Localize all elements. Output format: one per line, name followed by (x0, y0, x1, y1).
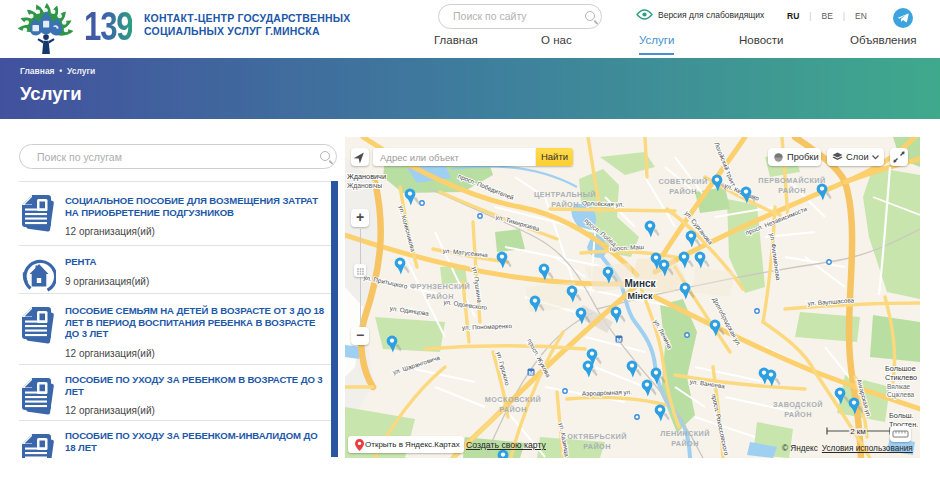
svg-text:СОВЕТСКИЙ: СОВЕТСКИЙ (658, 177, 707, 186)
svg-text:ЦЕНТРАЛЬНЫЙ: ЦЕНТРАЛЬНЫЙ (534, 190, 596, 199)
svg-text:ЗАВОДСКОЙ: ЗАВОДСКОЙ (773, 400, 823, 409)
svg-text:М: М (529, 370, 534, 376)
svg-text:Вялікае: Вялікае (887, 383, 911, 390)
svg-text:Минск: Минск (624, 278, 656, 289)
svg-text:РАЙОН: РАЙОН (669, 187, 697, 196)
svg-text:РАЙОН: РАЙОН (778, 186, 806, 195)
svg-text:ЛЕНИНСКИЙ: ЛЕНИНСКИЙ (660, 429, 710, 438)
svg-text:МОСКОВСКИЙ: МОСКОВСКИЙ (485, 395, 541, 404)
svg-text:РАЙОН: РАЙОН (499, 405, 527, 414)
svg-text:2 км: 2 км (850, 427, 866, 436)
svg-text:Сціклева: Сціклева (887, 391, 915, 399)
svg-text:М: М (617, 337, 622, 343)
svg-text:ПЕРВОМАЙСКИЙ: ПЕРВОМАЙСКИЙ (758, 176, 825, 185)
svg-text:РАЙОН: РАЙОН (551, 200, 579, 209)
svg-text:РАЙОН: РАЙОН (784, 410, 812, 419)
svg-text:ОКТЯБРЬСКИЙ: ОКТЯБРЬСКИЙ (567, 432, 627, 441)
svg-text:РАЙОН: РАЙОН (583, 442, 611, 451)
svg-text:Ждановичи: Ждановичи (347, 172, 386, 181)
svg-text:Стиклево: Стиклево (885, 373, 917, 382)
svg-text:Мінск: Мінск (628, 291, 653, 301)
svg-text:Больш.: Больш. (889, 411, 914, 420)
svg-text:РАЙОН: РАЙОН (671, 439, 699, 448)
svg-text:Ждановічы: Ждановічы (347, 182, 382, 190)
svg-text:ФРУНЗЕНСКИЙ: ФРУНЗЕНСКИЙ (410, 282, 470, 291)
svg-text:Большое: Большое (885, 364, 916, 373)
